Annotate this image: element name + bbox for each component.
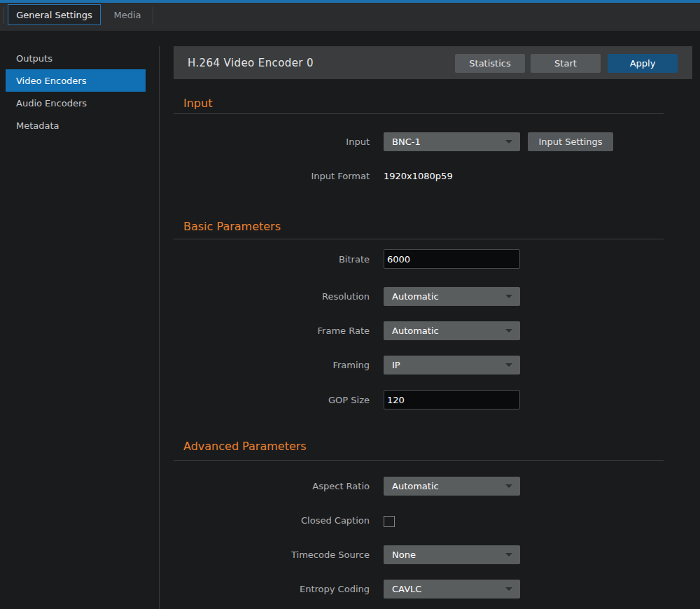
form-row-framing: Framing IP [174, 356, 664, 374]
form-row-input: Input BNC-1 Input Settings [174, 132, 664, 151]
form-row-aspect-ratio: Aspect Ratio Automatic [174, 477, 664, 496]
tab-label: Media [113, 10, 141, 20]
tab-media[interactable]: Media [102, 4, 153, 25]
main-tab-bar: General Settings Media [0, 3, 700, 31]
form-row-gop-size: GOP Size 120 [174, 390, 664, 410]
sidebar-item-label: Video Encoders [16, 76, 86, 86]
apply-button[interactable]: Apply [608, 54, 678, 73]
sidebar-divider [159, 46, 160, 609]
chevron-down-icon [505, 587, 512, 591]
timecode-source-select[interactable]: None [384, 545, 520, 564]
frame-rate-select[interactable]: Automatic [384, 321, 520, 340]
input-value: 120 [387, 395, 405, 405]
dropdown-value: Automatic [392, 291, 439, 302]
field-label: Timecode Source [174, 550, 370, 560]
dropdown-value: None [392, 550, 416, 560]
section-rule [174, 113, 664, 114]
form-row-entropy-coding: Entropy Coding CAVLC [174, 580, 664, 598]
section-rule [174, 460, 664, 461]
chevron-down-icon [505, 363, 512, 367]
form-row-input-format: Input Format 1920x1080p59 [174, 167, 664, 186]
section-title: Advanced Parameters [174, 440, 664, 453]
section-advanced-parameters: Advanced Parameters Aspect Ratio Automat… [174, 440, 664, 609]
entropy-coding-select[interactable]: CAVLC [384, 580, 520, 598]
field-label: Input [174, 136, 370, 147]
form-row-bitrate: Bitrate 6000 [174, 249, 664, 269]
section-rule [174, 239, 664, 239]
chevron-down-icon [505, 295, 512, 298]
resolution-select[interactable]: Automatic [384, 287, 520, 306]
tab-separator [153, 7, 153, 24]
bitrate-input[interactable]: 6000 [384, 249, 520, 269]
form-row-closed-caption: Closed Caption [174, 511, 664, 530]
field-label: Resolution [174, 291, 370, 302]
section-title: Input [174, 97, 664, 110]
field-label: Frame Rate [174, 326, 370, 336]
field-label: GOP Size [174, 395, 370, 405]
form-row-timecode-source: Timecode Source None [174, 545, 664, 564]
page-title: H.264 Video Encoder 0 [188, 46, 314, 79]
tab-separator [3, 7, 4, 24]
sidebar-item-video-encoders[interactable]: Video Encoders [6, 69, 146, 92]
input-settings-button[interactable]: Input Settings [528, 132, 613, 151]
aspect-ratio-select[interactable]: Automatic [384, 477, 520, 496]
tab-general-settings[interactable]: General Settings [8, 4, 101, 25]
sidebar-item-label: Outputs [16, 53, 52, 64]
dropdown-value: BNC-1 [392, 136, 421, 147]
framing-select[interactable]: IP [384, 356, 520, 374]
statistics-button[interactable]: Statistics [455, 54, 525, 73]
field-label: Input Format [174, 171, 370, 181]
form-row-frame-rate: Frame Rate Automatic [174, 321, 664, 340]
chevron-down-icon [505, 329, 512, 332]
field-label: Framing [174, 360, 370, 370]
tab-label: General Settings [16, 10, 92, 20]
section-title: Basic Parameters [174, 220, 664, 233]
sidebar-item-outputs[interactable]: Outputs [6, 47, 146, 69]
section-input: Input Input BNC-1 Input Settings Input F… [174, 97, 664, 201]
dropdown-value: Automatic [392, 481, 439, 491]
field-label: Aspect Ratio [174, 481, 370, 491]
chevron-down-icon [505, 484, 512, 488]
field-label: Entropy Coding [174, 584, 370, 594]
dropdown-value: CAVLC [392, 584, 421, 594]
input-format-value: 1920x1080p59 [384, 171, 453, 181]
closed-caption-checkbox[interactable] [384, 516, 395, 527]
sidebar-item-audio-encoders[interactable]: Audio Encoders [6, 92, 146, 114]
dropdown-value: IP [392, 360, 400, 370]
chevron-down-icon [505, 140, 512, 144]
start-button[interactable]: Start [531, 54, 601, 73]
field-label: Closed Caption [174, 515, 370, 526]
dropdown-value: Automatic [392, 326, 439, 336]
input-value: 6000 [387, 254, 410, 265]
sidebar-item-metadata[interactable]: Metadata [6, 114, 146, 136]
sidebar-item-label: Audio Encoders [16, 98, 87, 108]
section-basic-parameters: Basic Parameters Bitrate 6000 Resolution… [174, 220, 664, 425]
chevron-down-icon [505, 553, 512, 556]
encoder-header: H.264 Video Encoder 0 Statistics Start A… [174, 46, 692, 79]
gop-size-input[interactable]: 120 [384, 390, 520, 410]
input-select[interactable]: BNC-1 [384, 132, 520, 151]
form-row-resolution: Resolution Automatic [174, 287, 664, 306]
field-label: Bitrate [174, 254, 370, 265]
sidebar-item-label: Metadata [16, 120, 59, 131]
